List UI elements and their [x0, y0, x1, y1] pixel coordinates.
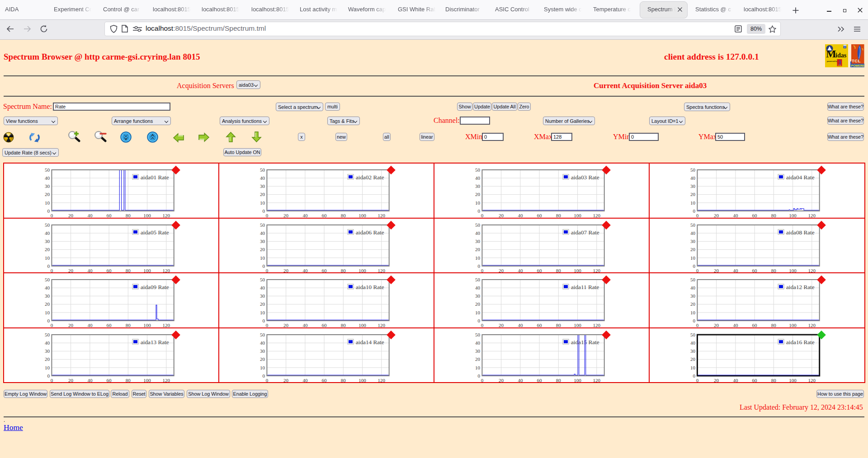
svg-text:aida04 Rate: aida04 Rate — [786, 174, 815, 181]
svg-text:10: 10 — [45, 310, 50, 315]
svg-text:80: 80 — [341, 213, 346, 218]
svg-text:50: 50 — [260, 222, 265, 227]
svg-text:20: 20 — [475, 247, 481, 252]
svg-text:40: 40 — [260, 340, 265, 346]
svg-text:aida12 Rate: aida12 Rate — [786, 284, 815, 290]
svg-text:120: 120 — [163, 322, 170, 327]
svg-text:TCL: TCL — [852, 58, 861, 63]
svg-text:10: 10 — [475, 200, 481, 206]
svg-text:60: 60 — [752, 378, 758, 383]
svg-text:10: 10 — [690, 200, 696, 206]
svg-text:40: 40 — [87, 378, 93, 383]
svg-text:60: 60 — [537, 268, 542, 273]
svg-text:120: 120 — [808, 378, 816, 383]
svg-text:aida06 Rate: aida06 Rate — [356, 229, 384, 235]
svg-text:aida08 Rate: aida08 Rate — [786, 229, 815, 235]
svg-text:100: 100 — [143, 322, 151, 327]
svg-text:60: 60 — [537, 213, 542, 218]
svg-text:powered by: powered by — [827, 60, 838, 62]
svg-text:100: 100 — [574, 322, 581, 327]
svg-text:80: 80 — [771, 322, 777, 327]
svg-text:120: 120 — [378, 378, 386, 383]
svg-text:0: 0 — [693, 373, 696, 378]
svg-text:60: 60 — [107, 378, 112, 383]
svg-text:40: 40 — [733, 213, 738, 218]
svg-text:20: 20 — [475, 301, 481, 307]
svg-text:0: 0 — [696, 322, 699, 327]
svg-text:30: 30 — [690, 238, 696, 244]
svg-text:0: 0 — [481, 378, 484, 383]
svg-text:20: 20 — [45, 192, 50, 197]
svg-text:0: 0 — [481, 322, 484, 327]
svg-text:0: 0 — [478, 263, 481, 268]
svg-text:10: 10 — [45, 255, 50, 260]
svg-text:40: 40 — [518, 378, 523, 383]
svg-text:20: 20 — [690, 301, 696, 307]
svg-text:0: 0 — [51, 378, 53, 383]
svg-text:0: 0 — [478, 318, 481, 323]
svg-text:idas: idas — [835, 52, 847, 59]
svg-text:20: 20 — [260, 192, 265, 197]
svg-text:20: 20 — [714, 322, 719, 327]
svg-text:50: 50 — [260, 332, 265, 337]
svg-text:60: 60 — [107, 268, 112, 273]
svg-text:20: 20 — [499, 268, 504, 273]
svg-text:0: 0 — [263, 263, 265, 268]
svg-text:aida15 Rate: aida15 Rate — [571, 338, 599, 345]
svg-text:100: 100 — [789, 268, 797, 273]
svg-text:10: 10 — [690, 255, 696, 260]
svg-text:100: 100 — [359, 322, 366, 327]
svg-text:0: 0 — [51, 213, 53, 218]
svg-text:20: 20 — [690, 356, 696, 362]
svg-text:0: 0 — [696, 268, 699, 273]
svg-text:40: 40 — [302, 213, 308, 218]
svg-text:20: 20 — [499, 378, 504, 383]
svg-text:120: 120 — [808, 213, 816, 218]
svg-text:120: 120 — [163, 378, 170, 383]
svg-text:120: 120 — [378, 268, 386, 273]
svg-text:aida01 Rate: aida01 Rate — [141, 174, 169, 181]
svg-text:30: 30 — [475, 183, 481, 189]
svg-text:0: 0 — [266, 268, 269, 273]
svg-text:20: 20 — [68, 378, 74, 383]
svg-text:20: 20 — [283, 213, 289, 218]
svg-text:20: 20 — [68, 268, 74, 273]
svg-text:20: 20 — [475, 356, 481, 362]
svg-text:100: 100 — [359, 378, 366, 383]
svg-text:40: 40 — [260, 285, 265, 290]
svg-text:60: 60 — [322, 268, 327, 273]
svg-text:0: 0 — [693, 263, 696, 268]
svg-text:60: 60 — [752, 213, 758, 218]
svg-text:60: 60 — [752, 268, 758, 273]
svg-text:40: 40 — [475, 175, 481, 181]
svg-text:40: 40 — [518, 322, 523, 327]
svg-text:40: 40 — [45, 340, 50, 346]
svg-text:30: 30 — [260, 238, 265, 244]
svg-text:0: 0 — [478, 208, 481, 214]
svg-text:40: 40 — [690, 285, 696, 290]
svg-text:0: 0 — [696, 213, 699, 218]
svg-text:120: 120 — [593, 378, 601, 383]
svg-text:120: 120 — [593, 268, 601, 273]
svg-text:10: 10 — [260, 365, 265, 370]
svg-text:40: 40 — [733, 268, 738, 273]
svg-text:80: 80 — [341, 268, 346, 273]
svg-text:30: 30 — [475, 293, 481, 299]
svg-text:120: 120 — [378, 213, 386, 218]
svg-text:40: 40 — [690, 230, 696, 236]
svg-text:30: 30 — [690, 293, 696, 299]
svg-text:20: 20 — [260, 356, 265, 362]
svg-text:40: 40 — [475, 230, 481, 236]
svg-text:40: 40 — [260, 230, 265, 236]
svg-text:100: 100 — [359, 213, 366, 218]
svg-text:20: 20 — [283, 322, 289, 327]
svg-text:aida09 Rate: aida09 Rate — [141, 284, 169, 290]
svg-text:120: 120 — [593, 213, 601, 218]
svg-text:50: 50 — [690, 332, 696, 337]
svg-text:80: 80 — [126, 378, 131, 383]
svg-text:20: 20 — [283, 268, 289, 273]
svg-text:120: 120 — [163, 268, 170, 273]
svg-text:20: 20 — [690, 192, 696, 197]
svg-text:30: 30 — [260, 293, 265, 299]
svg-text:100: 100 — [574, 213, 581, 218]
